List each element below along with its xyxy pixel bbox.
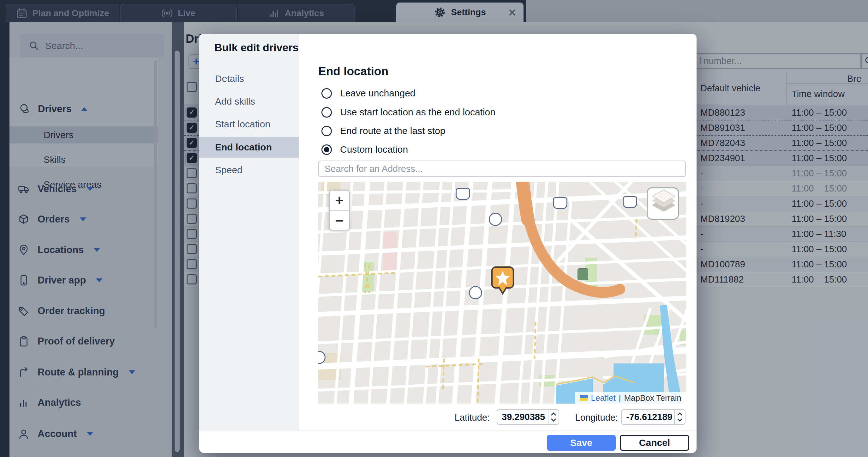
map-attribution: Leaflet | MapBox Terrain bbox=[575, 392, 686, 404]
radio-leave-unchanged[interactable]: Leave unchanged bbox=[321, 87, 415, 99]
address-search-input[interactable] bbox=[318, 161, 686, 177]
section-heading: End location bbox=[318, 65, 389, 78]
modal-nav-speed[interactable]: Speed bbox=[199, 160, 299, 180]
radio-end-at-last-stop[interactable]: End route at the last stop bbox=[321, 124, 445, 137]
leaflet-link[interactable]: Leaflet bbox=[591, 393, 616, 403]
latitude-label: Latitude: bbox=[424, 412, 490, 423]
longitude-input[interactable] bbox=[622, 411, 674, 423]
radio-label: Use start location as the end location bbox=[340, 107, 495, 118]
route-shield bbox=[318, 351, 326, 364]
modal-nav-add-skills[interactable]: Add skills bbox=[199, 91, 299, 112]
stepper-down-icon[interactable] bbox=[677, 418, 683, 422]
longitude-label: Longitude: bbox=[547, 412, 618, 423]
route-shield bbox=[489, 213, 502, 226]
radio-icon-selected bbox=[321, 144, 332, 155]
map-zoom-control: + − bbox=[329, 190, 350, 230]
save-button[interactable]: Save bbox=[547, 435, 616, 451]
modal-title: Bulk edit drivers bbox=[214, 41, 299, 54]
radio-label: End route at the last stop bbox=[340, 125, 445, 136]
route-shield bbox=[456, 188, 470, 200]
attribution-provider: MapBox Terrain bbox=[624, 393, 681, 403]
nav-label: Speed bbox=[215, 165, 243, 175]
latitude-input[interactable] bbox=[497, 411, 548, 423]
route-shield bbox=[553, 197, 567, 209]
location-marker-icon[interactable] bbox=[488, 264, 517, 300]
route-shield bbox=[469, 286, 482, 299]
longitude-stepper[interactable] bbox=[674, 410, 685, 424]
map-canvas[interactable]: + − Leaflet | MapBox Terrain bbox=[318, 182, 686, 404]
nav-label: End location bbox=[215, 142, 272, 153]
radio-label: Custom location bbox=[340, 144, 408, 155]
radio-icon bbox=[321, 88, 332, 98]
app-window: Plan and Optimize Live Analytics Setting… bbox=[0, 0, 868, 457]
radio-use-start-location[interactable]: Use start location as the end location bbox=[321, 106, 495, 118]
route-shield bbox=[623, 196, 637, 208]
radio-custom-location[interactable]: Custom location bbox=[321, 143, 408, 156]
modal-nav-panel: Bulk edit drivers Details Add skills Sta… bbox=[199, 34, 299, 430]
map-layers-button[interactable] bbox=[647, 188, 679, 220]
nav-label: Add skills bbox=[215, 96, 255, 107]
stepper-up-icon[interactable] bbox=[677, 412, 683, 416]
radio-icon bbox=[321, 107, 332, 118]
footer-divider bbox=[199, 430, 696, 430]
radio-icon bbox=[321, 126, 332, 136]
longitude-field bbox=[621, 409, 685, 425]
nav-label: Details bbox=[215, 73, 244, 84]
attribution-separator: | bbox=[619, 393, 621, 403]
nav-label: Start location bbox=[215, 119, 270, 130]
radio-label: Leave unchanged bbox=[340, 88, 415, 98]
modal-nav-end-location[interactable]: End location bbox=[199, 137, 299, 158]
modal-nav-details[interactable]: Details bbox=[199, 68, 299, 89]
modal-nav-start-location[interactable]: Start location bbox=[199, 114, 299, 135]
cancel-button[interactable]: Cancel bbox=[620, 435, 689, 451]
route-shield bbox=[578, 268, 588, 280]
zoom-out-button[interactable]: − bbox=[330, 211, 349, 230]
zoom-in-button[interactable]: + bbox=[330, 191, 349, 210]
bulk-edit-drivers-modal: Bulk edit drivers Details Add skills Sta… bbox=[199, 34, 696, 453]
ukraine-flag-icon bbox=[580, 395, 588, 401]
